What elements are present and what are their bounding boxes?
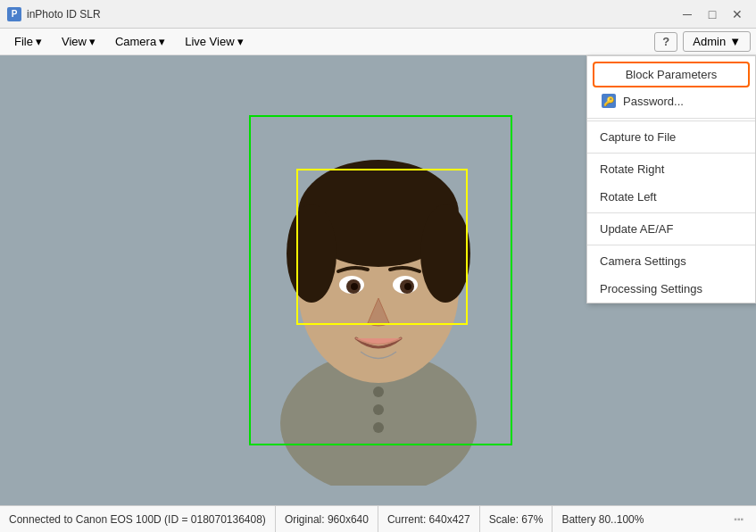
main-content: Block Parameters 🔑 Password... Capture t… [0,55,756,505]
menu-liveview[interactable]: Live View ▾ [176,31,252,52]
status-bar: Connected to Canon EOS 100D (ID = 018070… [0,505,756,532]
capture-to-file-label: Capture to File [600,130,676,144]
rotate-right-label: Rotate Right [600,162,664,176]
status-scale: Scale: 67% [480,506,553,532]
update-aeaf-item[interactable]: Update AE/AF [587,215,755,243]
menu-liveview-label: Live View [185,35,234,48]
menu-view-arrow: ▾ [89,35,96,48]
menu-liveview-arrow: ▾ [237,35,244,48]
app-title: inPhoto ID SLR [27,8,101,21]
status-original: Original: 960x640 [276,506,378,532]
menu-view[interactable]: View ▾ [53,31,104,52]
block-parameters-label: Block Parameters [626,68,718,81]
capture-to-file-item[interactable]: Capture to File [587,123,755,151]
rotate-left-label: Rotate Left [600,190,657,204]
dropdown-top-section: Block Parameters 🔑 Password... [587,56,755,119]
app-icon: P [7,7,21,21]
dropdown-divider-3 [587,212,755,213]
window-controls: ─ □ ✕ [676,5,749,23]
title-bar: P inPhoto ID SLR ─ □ ✕ [0,0,756,29]
svg-point-12 [373,387,384,397]
photo-container [164,75,593,486]
update-aeaf-label: Update AE/AF [600,222,673,236]
dropdown-menu: Block Parameters 🔑 Password... Capture t… [586,55,756,303]
svg-point-10 [351,283,358,290]
password-item[interactable]: 🔑 Password... [593,89,750,112]
status-connected-text: Connected to Canon EOS 100D (ID = 018070… [9,513,266,526]
status-connected: Connected to Canon EOS 100D (ID = 018070… [0,506,276,532]
menu-bar: File ▾ View ▾ Camera ▾ Live View ▾ ? Adm… [0,29,756,55]
resize-grip: ▪▪▪ [734,514,747,524]
rotate-left-item[interactable]: Rotate Left [587,183,755,211]
dropdown-divider-1 [587,121,755,121]
dropdown-divider-2 [587,153,755,154]
menu-file-label: File [14,35,33,48]
menu-camera[interactable]: Camera ▾ [106,31,174,52]
menu-camera-arrow: ▾ [159,35,165,48]
status-scale-text: Scale: 67% [489,513,544,526]
close-button[interactable]: ✕ [726,5,749,23]
password-icon: 🔑 [602,94,616,108]
maximize-button[interactable]: □ [701,5,724,23]
admin-label: Admin [693,35,726,48]
status-current-text: Current: 640x427 [387,513,470,526]
admin-arrow-icon: ▼ [729,35,741,48]
processing-settings-label: Processing Settings [600,282,702,295]
admin-button[interactable]: Admin ▼ [683,31,751,52]
svg-point-11 [404,283,411,290]
processing-settings-item[interactable]: Processing Settings [587,275,755,303]
camera-settings-label: Camera Settings [600,254,686,268]
status-current: Current: 640x427 [378,506,480,532]
menu-camera-label: Camera [115,35,156,48]
status-battery-text: Battery 80..100% [561,513,644,526]
status-original-text: Original: 960x640 [285,513,369,526]
menu-view-label: View [62,35,87,48]
dropdown-divider-4 [587,245,755,245]
svg-point-14 [373,422,384,433]
password-label: Password... [623,95,684,108]
svg-point-13 [373,404,384,415]
help-button[interactable]: ? [654,32,677,52]
camera-settings-item[interactable]: Camera Settings [587,247,755,275]
menu-file-arrow: ▾ [36,35,42,48]
minimize-button[interactable]: ─ [676,5,699,23]
svg-point-5 [420,204,470,303]
rotate-right-item[interactable]: Rotate Right [587,155,755,183]
person-photo [164,75,593,486]
menu-items: File ▾ View ▾ Camera ▾ Live View ▾ [5,31,253,52]
menu-file[interactable]: File ▾ [5,31,51,52]
block-parameters-button[interactable]: Block Parameters [593,62,750,87]
status-battery: Battery 80..100% ▪▪▪ [552,506,756,532]
svg-point-4 [287,204,336,303]
menu-right: ? Admin ▼ [654,31,751,52]
